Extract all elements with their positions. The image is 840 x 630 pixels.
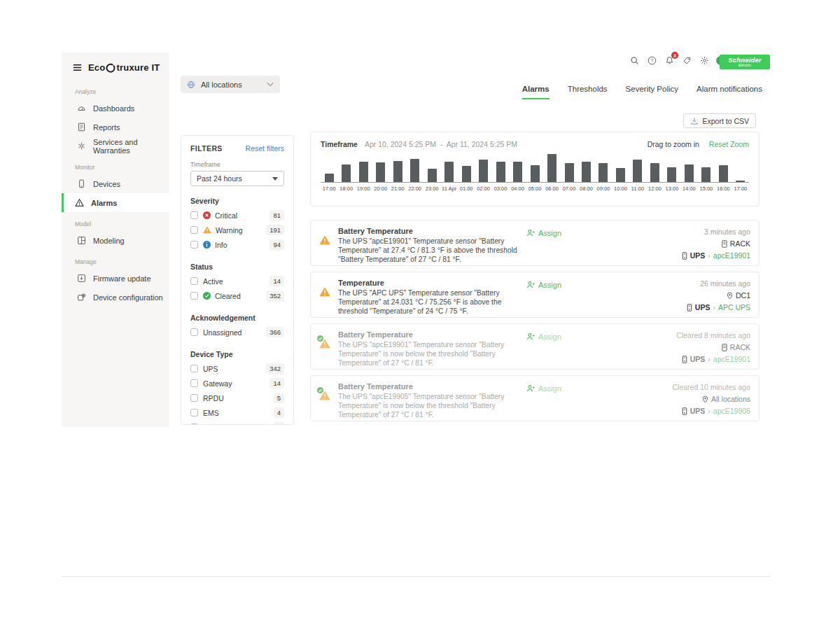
alarm-description: The UPS "apcE19905" Temperature sensor "… [338, 392, 520, 419]
assign-label: Assign [538, 384, 561, 393]
sidebar-item-dashboards[interactable]: Dashboards [62, 99, 169, 118]
feedback-tag-icon[interactable] [681, 55, 692, 66]
filter-group-label-acknowledgement: Acknowledgement [190, 314, 284, 322]
alarm-meta: 26 minutes ago DC1 UPS › APC UPS [631, 279, 750, 311]
sidebar-item-alarms[interactable]: Alarms [62, 193, 169, 212]
timeframe-filter-select[interactable]: Past 24 hours [190, 171, 284, 186]
tab-alarm-notifications[interactable]: Alarm notifications [696, 85, 762, 99]
checkbox-ups[interactable] [190, 365, 198, 372]
sidebar-item-reports[interactable]: Reports [62, 118, 169, 136]
alarm-location[interactable]: RACK [631, 239, 750, 248]
hamburger-menu-icon[interactable] [72, 62, 83, 73]
checkbox-critical[interactable] [190, 211, 198, 219]
histogram-bar [424, 155, 440, 182]
reset-zoom-link[interactable]: Reset Zoom [709, 140, 749, 148]
alarm-device-link[interactable]: apcE19901 [713, 251, 750, 260]
sidebar-item-modeling[interactable]: Modeling [62, 231, 169, 250]
histogram-bar [561, 155, 578, 182]
location-selector[interactable]: All locations [181, 76, 280, 93]
tab-thresholds[interactable]: Thresholds [568, 85, 608, 99]
histogram-x-label: 02:00 [475, 183, 491, 192]
checkbox-crac[interactable] [190, 424, 198, 425]
reports-icon [77, 122, 86, 132]
sidebar-item-label: Device configuration [93, 293, 163, 302]
sidebar-item-firmware-update[interactable]: Firmware update [62, 269, 169, 288]
deviceconfig-icon [77, 293, 86, 302]
filters-title: FILTERS [190, 144, 223, 153]
alarm-card[interactable]: Battery Temperature The UPS "apcE19901" … [310, 220, 760, 266]
alarm-assign-col: Assign [526, 330, 624, 363]
export-to-csv-button[interactable]: Export to CSV [683, 113, 756, 128]
alarm-device-path: UPS › apcE19901 [631, 355, 750, 363]
ups-device-icon [682, 407, 687, 415]
assign-link[interactable]: Assign [526, 384, 561, 393]
alarm-location[interactable]: DC1 [631, 291, 750, 300]
checkbox-unassigned[interactable] [190, 328, 198, 336]
histogram-x-label: 13:00 [664, 183, 680, 192]
search-icon[interactable] [629, 55, 640, 66]
alarm-location[interactable]: All locations [631, 395, 750, 403]
schneider-logo-line1: Schneider [728, 57, 762, 64]
device-path-separator: › [708, 251, 710, 260]
histogram-x-labels: 17:0018:0019:0020:0021:0022:0023:0011 Ap… [321, 183, 749, 192]
alarms-icon [75, 198, 84, 207]
ecostruxure-logo-icon [105, 63, 116, 73]
alarm-device-link[interactable]: apcE19901 [713, 355, 750, 363]
alarm-text: Temperature The UPS "APC UPS" Temperatur… [338, 279, 520, 311]
download-icon [690, 117, 699, 125]
reset-filters-link[interactable]: Reset filters [246, 144, 284, 153]
alarm-assign-col: Assign [526, 279, 624, 311]
filter-count-badge: 14 [270, 276, 284, 286]
sidebar-item-services-and-warranties[interactable]: Services and Warranties [62, 136, 169, 155]
histogram-bar [595, 155, 612, 182]
assign-link[interactable]: Assign [526, 332, 561, 341]
alarm-meta: 3 minutes ago RACK UPS › apcE19901 [631, 227, 750, 259]
checkbox-cleared[interactable] [190, 292, 198, 300]
alarm-card[interactable]: Battery Temperature The UPS "apcE19901" … [310, 323, 760, 370]
tab-alarms[interactable]: Alarms [522, 85, 550, 99]
sidebar-item-label: Firmware update [93, 274, 151, 283]
checkbox-active[interactable] [190, 277, 198, 285]
select-caret-icon [272, 177, 278, 181]
alarm-location-label: DC1 [736, 291, 750, 300]
dashboards-icon [77, 104, 86, 113]
histogram-bar [732, 155, 749, 182]
alarm-card[interactable]: Temperature The UPS "APC UPS" Temperatur… [310, 272, 760, 318]
timeframe-filter-label: Timeframe [190, 161, 284, 168]
checkbox-rpdu[interactable] [190, 394, 198, 402]
tab-severity-policy[interactable]: Severity Policy [626, 85, 678, 99]
filter-count-badge: 352 [266, 290, 284, 301]
notifications-bell-icon[interactable]: 3 [664, 55, 675, 66]
alarm-histogram[interactable]: 17:0018:0019:0020:0021:0022:0023:0011 Ap… [321, 155, 749, 192]
histogram-bar [337, 155, 354, 182]
checkbox-gateway[interactable] [190, 379, 198, 387]
sidebar-item-devices[interactable]: Devices [62, 174, 169, 193]
alarm-location[interactable]: RACK [631, 343, 750, 351]
alarm-device-link[interactable]: apcE19905 [713, 407, 750, 415]
filter-count-badge: 366 [266, 327, 284, 337]
alarm-severity [319, 279, 332, 311]
assign-link[interactable]: Assign [526, 229, 561, 237]
settings-gear-icon[interactable] [699, 55, 710, 66]
checkbox-info[interactable] [190, 241, 198, 248]
histogram-bar [509, 155, 526, 182]
alarm-device-link[interactable]: APC UPS [718, 303, 750, 312]
alarm-location-label: RACK [730, 343, 750, 351]
ups-device-icon [687, 304, 692, 312]
logo-text-prefix: Eco [88, 62, 105, 73]
timeframe-range: Apr 10, 2024 5:25 PM - Apr 11, 2024 5:25… [365, 140, 517, 148]
alarm-card[interactable]: Battery Temperature The UPS "apcE19905" … [310, 375, 760, 421]
assign-person-icon [526, 229, 535, 237]
assign-link[interactable]: Assign [526, 281, 561, 289]
checkbox-warning[interactable] [190, 226, 198, 234]
logo-text-suffix: truxure IT [116, 62, 160, 73]
sidebar-section-label-monitor: Monitor [62, 160, 169, 174]
histogram-bar [698, 155, 715, 182]
help-icon[interactable]: ? [646, 55, 657, 66]
filter-option-ems: EMS4 [190, 405, 284, 420]
app-logo: Eco truxure IT [88, 62, 160, 73]
sidebar-item-device-configuration[interactable]: Device configuration [62, 288, 169, 307]
checkbox-ems[interactable] [190, 409, 198, 416]
histogram-x-label: 16:00 [715, 183, 732, 192]
schneider-electric-logo[interactable]: Schneider Electric [720, 55, 770, 69]
